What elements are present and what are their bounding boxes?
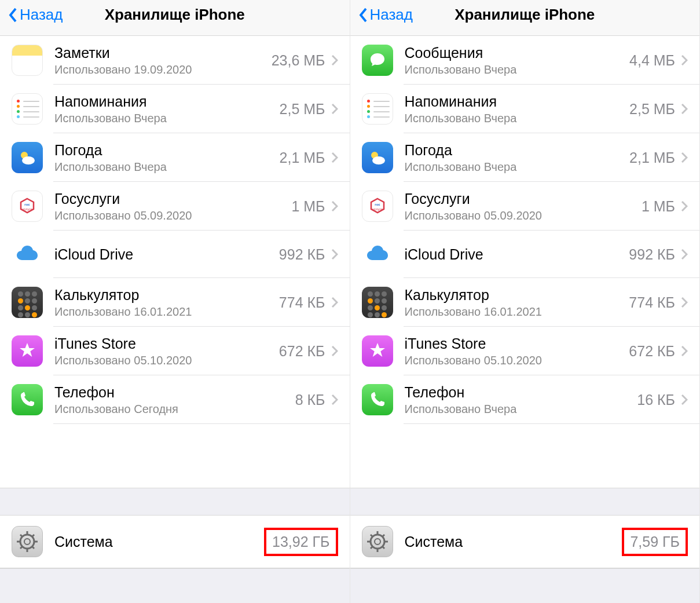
- app-info: СообщенияИспользовано Вчера: [405, 44, 630, 76]
- app-row[interactable]: госуслугиГосуслугиИспользовано 05.09.202…: [350, 182, 700, 231]
- app-sub: Использовано Вчера: [405, 160, 630, 174]
- bottom-gap: [350, 568, 700, 603]
- app-row[interactable]: iTunes StoreИспользовано 05.10.2020672 К…: [350, 327, 700, 375]
- app-size: 992 КБ: [629, 246, 675, 263]
- back-label: Назад: [20, 6, 63, 24]
- chevron-right-icon: [331, 248, 338, 260]
- app-row[interactable]: СообщенияИспользовано Вчера4,4 МБ: [350, 36, 700, 85]
- bottom-gap: [0, 568, 350, 603]
- app-info: ЗаметкиИспользовано 19.09.2020: [54, 44, 272, 76]
- app-sub: Использовано Вчера: [405, 111, 630, 125]
- app-size: 774 КБ: [629, 294, 675, 311]
- app-size: 8 КБ: [295, 392, 325, 408]
- app-name: Госуслуги: [405, 190, 642, 207]
- chevron-right-icon: [331, 297, 338, 308]
- app-row[interactable]: КалькуляторИспользовано 16.01.2021774 КБ: [350, 278, 700, 327]
- app-sub: Использовано Вчера: [405, 402, 637, 416]
- chevron-right-icon: [681, 394, 688, 405]
- app-size: 672 КБ: [629, 343, 675, 360]
- chevron-left-icon: [8, 7, 17, 23]
- system-row[interactable]: Система 13,92 ГБ: [0, 516, 350, 568]
- chevron-right-icon: [331, 345, 338, 357]
- reminders-icon: [362, 93, 393, 125]
- svg-point-19: [375, 539, 380, 544]
- system-row[interactable]: Система 7,59 ГБ: [350, 516, 700, 568]
- app-row[interactable]: ПогодаИспользовано Вчера2,1 МБ: [350, 133, 700, 182]
- back-button[interactable]: Назад: [358, 6, 413, 24]
- section-gap: [0, 488, 350, 516]
- gosuslugi-icon: госуслуги: [362, 191, 393, 222]
- app-info: ПогодаИспользовано Вчера: [405, 141, 630, 174]
- app-row[interactable]: госуслугиГосуслугиИспользовано 05.09.202…: [0, 182, 350, 231]
- app-row[interactable]: ПогодаИспользовано Вчера2,1 МБ: [0, 133, 350, 182]
- app-size: 992 КБ: [279, 246, 325, 263]
- app-info: НапоминанияИспользовано Вчера: [405, 93, 630, 125]
- svg-text:гос: гос: [375, 203, 380, 206]
- app-row[interactable]: iTunes StoreИспользовано 05.10.2020672 К…: [0, 327, 350, 375]
- app-sub: Использовано 16.01.2021: [405, 305, 629, 319]
- system-label: Система: [405, 533, 622, 550]
- app-sub: Использовано Вчера: [54, 111, 280, 125]
- app-sub: Использовано 05.10.2020: [54, 353, 279, 367]
- app-name: Госуслуги: [54, 190, 291, 207]
- weather-icon: [12, 142, 43, 173]
- svg-line-11: [32, 546, 34, 549]
- section-gap: [350, 488, 700, 516]
- app-info: iCloud Drive: [54, 246, 279, 263]
- app-info: ГосуслугиИспользовано 05.09.2020: [405, 190, 642, 222]
- app-info: ПогодаИспользовано Вчера: [54, 141, 280, 174]
- chevron-left-icon: [358, 7, 368, 23]
- app-row[interactable]: ТелефонИспользовано Вчера16 КБ: [350, 375, 700, 424]
- svg-line-25: [382, 546, 384, 549]
- back-label: Назад: [370, 6, 413, 24]
- app-row[interactable]: НапоминанияИспользовано Вчера2,5 МБ: [0, 85, 350, 133]
- app-name: iTunes Store: [54, 335, 279, 352]
- app-size: 16 КБ: [637, 392, 675, 408]
- app-name: iTunes Store: [405, 335, 629, 352]
- app-size: 2,1 МБ: [280, 149, 325, 166]
- svg-line-27: [371, 546, 373, 549]
- calculator-icon: [362, 287, 393, 318]
- settings-icon: [12, 526, 43, 557]
- chevron-right-icon: [681, 54, 688, 66]
- svg-line-12: [32, 535, 34, 537]
- app-info: КалькуляторИспользовано 16.01.2021: [54, 286, 279, 319]
- icloud-icon: [362, 239, 393, 270]
- app-name: Калькулятор: [54, 286, 279, 304]
- app-name: Погода: [405, 141, 630, 159]
- app-row[interactable]: НапоминанияИспользовано Вчера2,5 МБ: [350, 85, 700, 133]
- back-button[interactable]: Назад: [8, 6, 63, 24]
- app-name: Заметки: [54, 44, 272, 61]
- app-size: 23,6 МБ: [272, 52, 325, 69]
- app-size: 4,4 МБ: [629, 52, 675, 69]
- app-name: Сообщения: [405, 44, 630, 61]
- calculator-icon: [12, 287, 43, 318]
- app-row[interactable]: iCloud Drive992 КБ: [0, 231, 350, 278]
- app-info: ГосуслугиИспользовано 05.09.2020: [54, 190, 291, 222]
- chevron-right-icon: [681, 345, 688, 357]
- app-row[interactable]: ЗаметкиИспользовано 19.09.202023,6 МБ: [0, 36, 350, 85]
- phone-icon: [362, 384, 393, 415]
- itunes-store-icon: [362, 335, 393, 367]
- app-size: 672 КБ: [279, 343, 325, 360]
- svg-line-13: [20, 546, 23, 549]
- chevron-right-icon: [681, 297, 688, 308]
- app-info: iCloud Drive: [405, 246, 629, 263]
- storage-pane-left: Назад Хранилище iPhone ЗаметкиИспользова…: [0, 0, 350, 603]
- chevron-right-icon: [681, 248, 688, 260]
- chevron-right-icon: [331, 54, 338, 66]
- app-size: 1 МБ: [291, 198, 325, 215]
- app-size: 774 КБ: [279, 294, 325, 311]
- app-sub: Использовано 19.09.2020: [54, 63, 272, 76]
- app-name: iCloud Drive: [54, 246, 279, 263]
- svg-point-1: [22, 156, 35, 165]
- app-name: Напоминания: [405, 93, 630, 110]
- app-row[interactable]: ТелефонИспользовано Сегодня8 КБ: [0, 375, 350, 424]
- app-row[interactable]: КалькуляторИспользовано 16.01.2021774 КБ: [0, 278, 350, 327]
- svg-line-24: [371, 535, 373, 537]
- system-size: 7,59 ГБ: [630, 533, 680, 550]
- app-row[interactable]: iCloud Drive992 КБ: [350, 231, 700, 278]
- app-info: iTunes StoreИспользовано 05.10.2020: [405, 335, 629, 367]
- svg-text:услуги: услуги: [372, 207, 383, 211]
- app-size: 2,5 МБ: [629, 101, 675, 118]
